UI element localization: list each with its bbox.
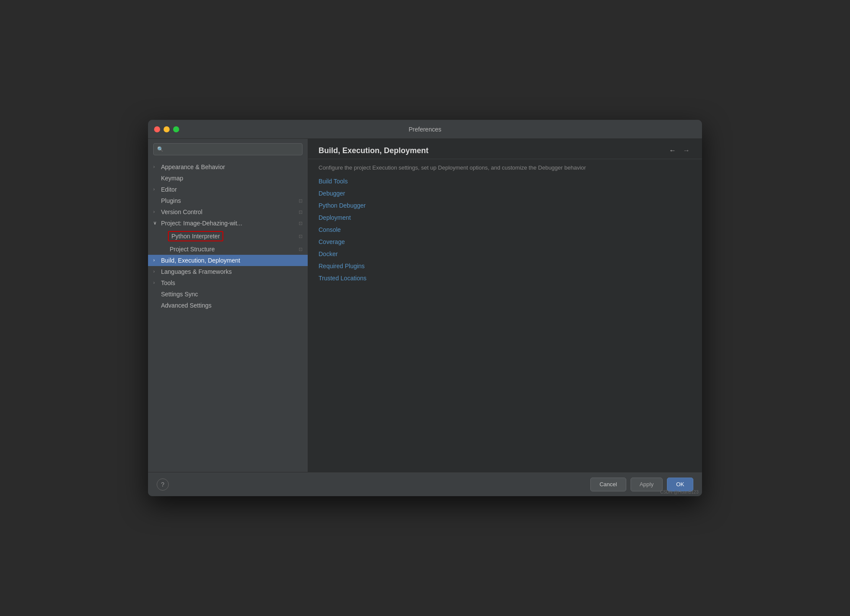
content-description: Configure the project Execution settings…	[308, 159, 702, 178]
settings-icon: ⊡	[299, 234, 303, 239]
sidebar-item-label: Project Structure	[170, 246, 215, 253]
spacer-icon	[153, 175, 159, 181]
link-required-plugins[interactable]: Required Plugins	[319, 263, 692, 270]
spacer-icon	[162, 233, 168, 239]
chevron-right-icon: ›	[153, 257, 159, 263]
settings-icon: ⊡	[299, 221, 303, 226]
sidebar-item-tools[interactable]: › Tools	[148, 277, 308, 289]
window-title: Preferences	[409, 126, 441, 133]
link-deployment[interactable]: Deployment	[319, 214, 692, 221]
chevron-right-icon: ›	[153, 209, 159, 215]
content-panel: Build, Execution, Deployment ← → Configu…	[308, 139, 702, 472]
forward-arrow-icon[interactable]: →	[681, 146, 692, 155]
sidebar-item-label: Appearance & Behavior	[161, 164, 225, 170]
sidebar-item-label: Settings Sync	[161, 291, 198, 298]
sidebar-item-label: Languages & Frameworks	[161, 268, 232, 275]
search-icon: 🔍	[157, 146, 164, 152]
apply-button[interactable]: Apply	[631, 478, 663, 491]
links-list: Build Tools Debugger Python Debugger Dep…	[308, 178, 702, 282]
sidebar-item-label: Keymap	[161, 175, 183, 182]
spacer-icon	[153, 302, 159, 308]
maximize-button[interactable]	[173, 126, 179, 132]
spacer-icon	[153, 291, 159, 297]
sidebar-item-appearance-behavior[interactable]: › Appearance & Behavior	[148, 161, 308, 173]
sidebar-item-project[interactable]: ∨ Project: Image-Dehazing-wit... ⊡	[148, 218, 308, 229]
content-title: Build, Execution, Deployment	[319, 146, 428, 155]
link-trusted-locations[interactable]: Trusted Locations	[319, 275, 692, 282]
sidebar-item-settings-sync[interactable]: Settings Sync	[148, 289, 308, 300]
settings-icon: ⊡	[299, 198, 303, 204]
link-build-tools[interactable]: Build Tools	[319, 178, 692, 185]
help-button[interactable]: ?	[157, 478, 169, 491]
sidebar-item-keymap[interactable]: Keymap	[148, 173, 308, 184]
link-coverage[interactable]: Coverage	[319, 238, 692, 245]
sidebar-item-label: Project: Image-Dehazing-wit...	[161, 220, 242, 227]
sidebar: 🔍 › Appearance & Behavior Keymap › Edi	[148, 139, 308, 472]
chevron-down-icon: ∨	[153, 220, 159, 226]
watermark: CSDN @HuanB123	[660, 490, 699, 494]
sidebar-item-label: Editor	[161, 186, 177, 193]
sidebar-item-label: Build, Execution, Deployment	[161, 257, 240, 264]
content-header: Build, Execution, Deployment ← →	[308, 139, 702, 159]
annotation-area	[308, 282, 702, 472]
link-docker[interactable]: Docker	[319, 250, 692, 257]
bottom-left: ?	[157, 478, 169, 491]
chevron-right-icon: ›	[153, 269, 159, 275]
bottom-bar: ? Cancel Apply OK	[148, 472, 702, 496]
sidebar-item-label: Advanced Settings	[161, 302, 212, 309]
sidebar-item-languages-frameworks[interactable]: › Languages & Frameworks	[148, 266, 308, 277]
chevron-right-icon: ›	[153, 186, 159, 192]
chevron-right-icon: ›	[153, 280, 159, 286]
link-console[interactable]: Console	[319, 226, 692, 233]
sidebar-nav: › Appearance & Behavior Keymap › Editor …	[148, 160, 308, 472]
link-debugger[interactable]: Debugger	[319, 190, 692, 197]
traffic-lights	[154, 126, 179, 132]
spacer-icon	[162, 246, 168, 252]
bottom-right: Cancel Apply OK	[590, 478, 693, 491]
nav-arrows: ← →	[667, 146, 692, 155]
ok-button[interactable]: OK	[667, 478, 693, 491]
spacer-icon	[153, 198, 159, 204]
minimize-button[interactable]	[164, 126, 170, 132]
chevron-right-icon: ›	[153, 164, 159, 170]
sidebar-item-label: Plugins	[161, 197, 181, 204]
back-arrow-icon[interactable]: ←	[667, 146, 678, 155]
sidebar-item-python-interpreter[interactable]: Python Interpreter ⊡	[148, 229, 308, 244]
sidebar-item-plugins[interactable]: Plugins ⊡	[148, 195, 308, 206]
title-bar: Preferences	[148, 120, 702, 139]
search-bar[interactable]: 🔍	[153, 143, 303, 155]
sidebar-item-build-execution-deployment[interactable]: › Build, Execution, Deployment	[148, 255, 308, 266]
sidebar-item-label: Version Control	[161, 209, 203, 215]
link-python-debugger[interactable]: Python Debugger	[319, 202, 692, 209]
cancel-button[interactable]: Cancel	[590, 478, 626, 491]
settings-icon: ⊡	[299, 209, 303, 215]
sidebar-item-label: Python Interpreter	[168, 231, 223, 241]
sidebar-item-label: Tools	[161, 279, 175, 286]
close-button[interactable]	[154, 126, 160, 132]
settings-icon: ⊡	[299, 247, 303, 252]
sidebar-item-editor[interactable]: › Editor	[148, 184, 308, 195]
sidebar-item-version-control[interactable]: › Version Control ⊡	[148, 206, 308, 218]
sidebar-item-project-structure[interactable]: Project Structure ⊡	[148, 244, 308, 255]
main-content: 🔍 › Appearance & Behavior Keymap › Edi	[148, 139, 702, 472]
sidebar-item-advanced-settings[interactable]: Advanced Settings	[148, 300, 308, 311]
